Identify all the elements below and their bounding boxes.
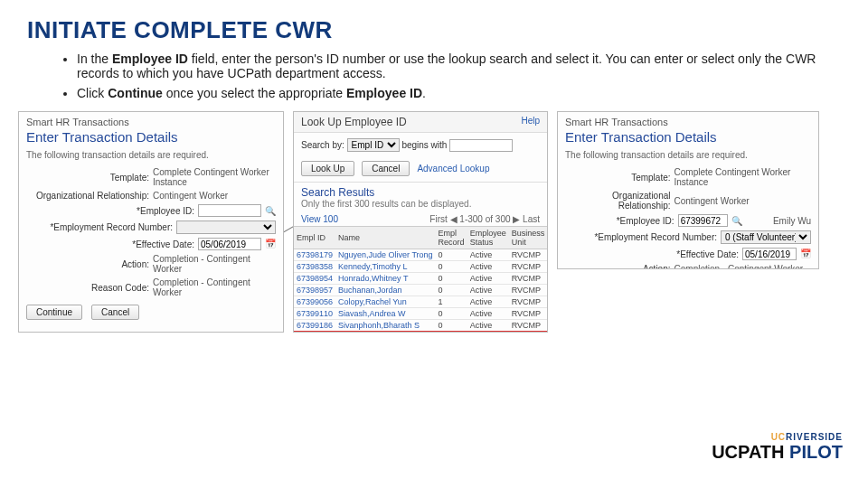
reason-value: Completion - Contingent Worker (153, 277, 276, 297)
page-title: Enter Transaction Details (558, 127, 818, 150)
table-row[interactable]: 67399110Siavash,Andrea W0ActiveRVCMP (294, 308, 547, 320)
empid-input[interactable] (198, 204, 261, 217)
col-header[interactable]: Empl Record (436, 227, 467, 249)
panel-enter-transaction-filled: Smart HR Transactions Enter Transaction … (557, 111, 819, 269)
table-row[interactable]: 67398954Honrado,Whitney T0ActiveRVCMP (294, 273, 547, 285)
template-value: Complete Contingent Worker Instance (153, 167, 276, 187)
search-op: begins with (401, 140, 447, 150)
empid-input[interactable] (678, 214, 728, 227)
table-row[interactable]: 67399672Wu,Emily A0ActiveRVCMP (294, 332, 547, 333)
results-table: Empl IDNameEmpl RecordEmployee StatusBus… (294, 226, 547, 333)
action-label: Action: (565, 264, 671, 269)
col-header[interactable]: Employee Status (467, 227, 509, 249)
subtitle: The following transaction details are re… (19, 150, 283, 165)
col-header[interactable]: Empl ID (294, 227, 335, 249)
searchby-label: Search by: (301, 140, 344, 150)
action-label: Action: (26, 259, 149, 269)
col-header[interactable]: Name (335, 227, 436, 249)
search-results-limit: Only the first 300 results can be displa… (294, 199, 547, 212)
view-100-link[interactable]: View 100 (301, 214, 338, 224)
emprec-label: *Employment Record Number: (26, 222, 173, 232)
empid-label: *Employee ID: (26, 206, 194, 216)
advanced-lookup-link[interactable]: Advanced Lookup (417, 164, 489, 174)
effdt-input[interactable] (742, 248, 797, 260)
lookup-button[interactable]: Look Up (301, 161, 354, 176)
table-row[interactable]: 67399056Colopy,Rachel Yun1ActiveRVCMP (294, 296, 547, 308)
table-row[interactable]: 67398358Kennedy,Timothy L0ActiveRVCMP (294, 261, 547, 273)
effdt-input[interactable] (198, 238, 261, 250)
emprec-select[interactable]: 0 (Staff Volunteer) (721, 230, 811, 244)
calendar-icon[interactable]: 📅 (800, 249, 811, 259)
template-label: Template: (565, 173, 671, 183)
calendar-icon[interactable]: 📅 (265, 239, 276, 249)
bullet-list: In the Employee ID field, enter the pers… (77, 52, 868, 100)
ucriverside-ucpath-logo: UCRIVERSIDE UCPATH PILOT (712, 432, 843, 463)
range-label: 1-300 of 300 (459, 214, 510, 224)
panel-lookup-employee: Look Up Employee ID Help Search by: Empl… (293, 111, 548, 333)
lookup-cancel-button[interactable]: Cancel (362, 161, 410, 176)
table-row[interactable]: 67398957Buchanan,Jordan0ActiveRVCMP (294, 285, 547, 296)
template-label: Template: (26, 173, 149, 183)
help-link[interactable]: Help (521, 116, 540, 126)
emprec-label: *Employment Record Number: (565, 232, 717, 242)
subtitle: The following transaction details are re… (558, 150, 818, 165)
search-icon[interactable]: 🔍 (265, 205, 276, 216)
action-value: Completion - Contingent Worker (153, 254, 276, 274)
search-results-header: Search Results (294, 183, 547, 199)
empid-label: *Employee ID: (565, 216, 675, 226)
breadcrumb: Smart HR Transactions (558, 112, 818, 127)
effdt-label: *Effective Date: (26, 239, 194, 249)
first-label: First (429, 214, 447, 224)
last-label: Last (523, 214, 540, 224)
continue-button[interactable]: Continue (26, 305, 82, 320)
empid-resolved-name: Emily Wu (746, 216, 811, 226)
cancel-button[interactable]: Cancel (91, 305, 139, 320)
bullet-2: Click Continue once you select the appro… (77, 86, 818, 100)
template-value: Complete Contingent Worker Instance (675, 167, 811, 187)
panel-enter-transaction-blank: Smart HR Transactions Enter Transaction … (18, 111, 284, 333)
slide-title: INITIATE COMPLETE CWR (27, 16, 868, 44)
reason-label: Reason Code: (26, 283, 149, 293)
table-row[interactable]: 67398179Nguyen,Jude Oliver Trong0ActiveR… (294, 249, 547, 261)
table-row[interactable]: 67399186Sivanphonh,Bharath S0ActiveRVCMP (294, 320, 547, 332)
search-icon[interactable]: 🔍 (731, 215, 742, 226)
orgrel-value: Contingent Worker (675, 196, 811, 206)
col-header[interactable]: Business Unit (509, 227, 548, 249)
action-value: Completion - Contingent Worker (675, 264, 811, 269)
orgrel-label: Organizational Relationship: (26, 191, 149, 201)
orgrel-value: Contingent Worker (153, 191, 276, 201)
emprec-select[interactable] (176, 221, 276, 234)
search-field-select[interactable]: Empl ID (347, 138, 400, 152)
search-input[interactable] (449, 139, 513, 152)
page-title: Enter Transaction Details (19, 127, 283, 150)
orgrel-label: Organizational Relationship: (565, 191, 671, 211)
effdt-label: *Effective Date: (565, 249, 739, 259)
lookup-title: Look Up Employee ID (294, 112, 547, 133)
results-header-row: Empl IDNameEmpl RecordEmployee StatusBus… (294, 227, 547, 249)
bullet-1: In the Employee ID field, enter the pers… (77, 52, 818, 80)
breadcrumb: Smart HR Transactions (19, 112, 283, 127)
